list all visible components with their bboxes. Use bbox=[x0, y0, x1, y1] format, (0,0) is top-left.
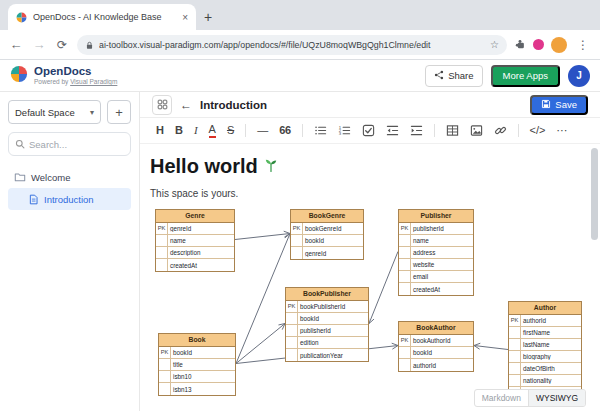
pk-cell bbox=[286, 325, 298, 336]
entity-field-row: createdAt bbox=[156, 259, 234, 271]
more-apps-button[interactable]: More Apps bbox=[491, 65, 560, 87]
image-button[interactable] bbox=[470, 124, 483, 137]
entity-field-row: dateOfBirth bbox=[509, 363, 581, 375]
pk-cell: PK bbox=[509, 315, 521, 326]
entity-title: Genre bbox=[156, 210, 234, 223]
outdent-button[interactable] bbox=[386, 124, 399, 137]
mode-markdown-button[interactable]: Markdown bbox=[475, 390, 529, 406]
url-bar[interactable]: ai-toolbox.visual-paradigm.com/app/opend… bbox=[77, 35, 507, 55]
sidebar-search[interactable] bbox=[8, 132, 131, 156]
field-name: title bbox=[171, 361, 185, 368]
entity-field-row: isbn13 bbox=[159, 383, 235, 395]
back-icon[interactable]: ← bbox=[8, 37, 24, 52]
seedling-emoji-icon bbox=[263, 154, 279, 178]
pk-cell: PK bbox=[399, 335, 411, 346]
pk-cell bbox=[399, 283, 411, 295]
strikethrough-button[interactable]: S bbox=[227, 125, 234, 136]
horizontal-rule-button[interactable]: — bbox=[257, 125, 268, 136]
entity-field-row: bookId bbox=[399, 347, 473, 359]
pages-panel-button[interactable] bbox=[152, 95, 172, 115]
forward-icon[interactable]: → bbox=[31, 37, 47, 52]
entity-field-row: firstName bbox=[509, 327, 581, 339]
browser-menu-icon[interactable]: ⋮ bbox=[574, 38, 592, 52]
italic-button[interactable]: I bbox=[194, 125, 198, 136]
entity-field-row: edition bbox=[286, 337, 368, 349]
pk-cell bbox=[286, 337, 298, 348]
browser-window: OpenDocs - AI Knowledge Base × + ← → ⟳ a… bbox=[0, 0, 600, 411]
link-button[interactable] bbox=[494, 124, 507, 137]
field-name: lastName bbox=[521, 341, 552, 348]
bullet-list-button[interactable] bbox=[314, 124, 327, 137]
svg-text:3: 3 bbox=[338, 131, 341, 136]
vendor-link[interactable]: Visual Paradigm bbox=[70, 78, 117, 85]
entity-field-row: authorId bbox=[399, 359, 473, 371]
doc-intro-text: This space is yours. bbox=[150, 188, 600, 199]
browser-profile-avatar[interactable] bbox=[551, 37, 567, 53]
doc-header: ← Introduction Save bbox=[140, 92, 600, 118]
extensions-puzzle-icon[interactable] bbox=[514, 36, 526, 54]
editor-mode-toggle: Markdown WYSIWYG bbox=[474, 389, 586, 407]
field-name: bookId bbox=[303, 237, 326, 244]
heading-button[interactable]: H bbox=[156, 125, 164, 136]
entity-field-row: PKbookGenreId bbox=[291, 223, 363, 235]
new-tab-button[interactable]: + bbox=[196, 5, 220, 29]
doc-heading-text: Hello world bbox=[150, 154, 258, 178]
sidebar: Default Space ▾ + WelcomeIntroduction bbox=[0, 92, 140, 411]
bookmark-star-icon[interactable]: ☆ bbox=[490, 39, 499, 50]
more-button[interactable]: ⋯ bbox=[556, 125, 567, 136]
save-button[interactable]: Save bbox=[530, 95, 588, 115]
indent-button[interactable] bbox=[410, 124, 423, 137]
scrollbar-thumb[interactable] bbox=[591, 148, 598, 240]
bold-button[interactable]: B bbox=[175, 125, 183, 136]
sidebar-item-introduction[interactable]: Introduction bbox=[8, 188, 131, 210]
share-label: Share bbox=[448, 70, 473, 81]
field-name: genreId bbox=[303, 250, 328, 257]
pk-cell bbox=[509, 327, 521, 338]
entity-author: AuthorPKauthorIdfirstNamelastNamebiograp… bbox=[508, 301, 582, 400]
entity-field-row: PKgenreId bbox=[156, 223, 234, 235]
share-button[interactable]: Share bbox=[425, 65, 482, 87]
lock-icon bbox=[85, 36, 94, 54]
field-name: genreId bbox=[168, 225, 193, 232]
field-name: edition bbox=[298, 339, 321, 346]
content-scrollbar[interactable] bbox=[591, 146, 598, 409]
field-name: website bbox=[411, 261, 436, 268]
space-selector[interactable]: Default Space ▾ bbox=[8, 100, 101, 124]
pk-cell: PK bbox=[399, 223, 411, 234]
grid-icon bbox=[157, 96, 168, 114]
field-name: bookPublisherId bbox=[298, 303, 347, 310]
editor-surface[interactable]: Hello world This space is yours. GenrePK… bbox=[140, 144, 600, 411]
sidebar-tree: WelcomeIntroduction bbox=[8, 166, 131, 210]
entity-field-row: nationality bbox=[509, 375, 581, 387]
add-page-button[interactable]: + bbox=[107, 100, 131, 124]
entity-publisher: PublisherPKpublisherIdnameaddresswebsite… bbox=[398, 209, 474, 296]
chevron-down-icon: ▾ bbox=[90, 108, 94, 117]
doc-back-button[interactable]: ← bbox=[180, 98, 192, 112]
task-list-button[interactable] bbox=[362, 124, 375, 137]
reload-icon[interactable]: ⟳ bbox=[54, 38, 70, 52]
user-avatar[interactable]: J bbox=[568, 65, 590, 87]
entity-field-row: PKbookPublisherId bbox=[286, 301, 368, 313]
sidebar-item-welcome[interactable]: Welcome bbox=[8, 166, 131, 188]
extension-pin-icon[interactable] bbox=[533, 39, 544, 50]
entity-field-row: PKpublisherId bbox=[399, 223, 473, 235]
pk-cell bbox=[509, 363, 521, 374]
pk-cell bbox=[399, 247, 411, 258]
pk-cell: PK bbox=[291, 223, 303, 234]
field-name: authorId bbox=[521, 317, 548, 324]
entity-field-row: lastName bbox=[509, 339, 581, 351]
field-name: biography bbox=[521, 353, 553, 360]
search-input[interactable] bbox=[29, 139, 124, 150]
ordered-list-button[interactable]: 123 bbox=[338, 124, 351, 137]
mode-wysiwyg-button[interactable]: WYSIWYG bbox=[529, 390, 585, 406]
table-button[interactable] bbox=[446, 124, 459, 137]
tab-close-icon[interactable]: × bbox=[182, 12, 188, 23]
code-button[interactable]: </> bbox=[530, 125, 546, 136]
er-diagram[interactable]: GenrePKgenreIdnamedescriptioncreatedAtBo… bbox=[150, 207, 592, 411]
blockquote-button[interactable]: 66 bbox=[279, 125, 290, 136]
browser-tab[interactable]: OpenDocs - AI Knowledge Base × bbox=[8, 4, 196, 30]
browser-navbar: ← → ⟳ ai-toolbox.visual-paradigm.com/app… bbox=[0, 30, 600, 60]
app-brand: OpenDocs Powered by Visual Paradigm bbox=[10, 65, 117, 87]
sidebar-item-label: Introduction bbox=[44, 194, 94, 205]
font-color-button[interactable]: A bbox=[209, 124, 216, 138]
